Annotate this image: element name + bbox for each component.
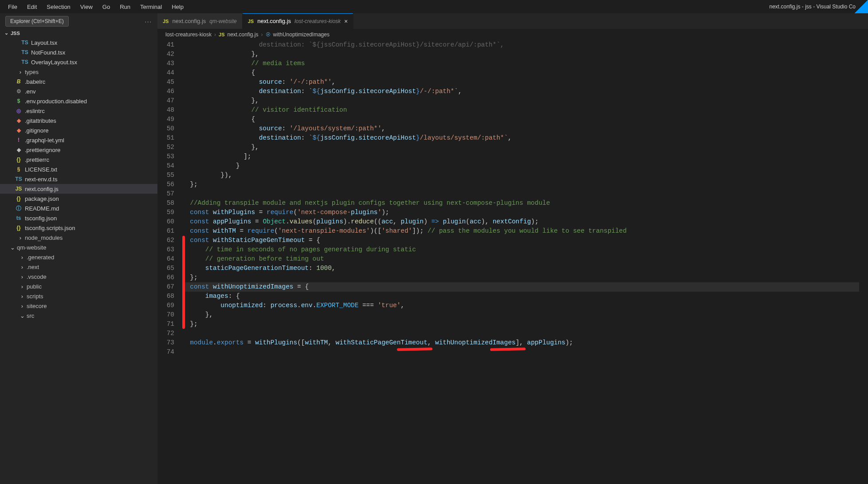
file-item[interactable]: {}.prettierrc [0,155,157,164]
breadcrumb[interactable]: lost-creatures-kiosk › JS next.config.js… [157,29,868,40]
line-number: 55 [157,171,174,180]
code-line[interactable]: { [182,68,859,78]
code-line[interactable]: const withPlugins = require('next-compos… [182,208,859,217]
code-line[interactable]: }, [182,143,859,152]
folder-item[interactable]: ›sitecore [0,301,157,311]
more-actions-icon[interactable]: ··· [145,18,155,25]
file-item[interactable]: TSLayout.tsx [0,38,157,47]
code-line[interactable]: { [182,115,859,124]
file-item[interactable]: TSnext-env.d.ts [0,174,157,184]
menu-edit[interactable]: Edit [23,2,41,12]
file-type-icon: TS [21,39,28,46]
file-item[interactable]: ◆.gitignore [0,125,157,135]
breadcrumb-file[interactable]: next.config.js [228,31,259,38]
menu-run[interactable]: Run [115,2,135,12]
code-line[interactable]: }), [182,171,859,180]
file-item[interactable]: B.babelrc [0,77,157,86]
code-line[interactable]: }, [182,50,859,59]
folder-item[interactable]: ›.next [0,262,157,272]
code-line[interactable] [182,329,859,338]
code-line[interactable]: }; [182,273,859,282]
menu-file[interactable]: File [4,2,22,12]
code-line[interactable]: images: { [182,292,859,301]
file-name: .babelrc [25,78,45,85]
code-line[interactable]: // time in seconds of no pages generatin… [182,245,859,254]
editor-tab[interactable]: JSnext.config.jslost-creatures-kiosk× [243,13,354,29]
line-number: 65 [157,264,174,273]
file-item[interactable]: §LICENSE.txt [0,164,157,174]
menu-selection[interactable]: Selection [42,2,75,12]
file-tree[interactable]: TSLayout.tsxTSNotFound.tsxTSOverlayLayou… [0,38,157,484]
code-line[interactable]: const withStaticPageGenTimeout = { [182,236,859,245]
folder-item[interactable]: ›.vscode [0,272,157,281]
file-type-icon: ⚙ [15,88,22,94]
code-line[interactable]: destination: `${jssConfig.sitecoreApiHos… [182,87,859,96]
file-item[interactable]: $.env.production.disabled [0,96,157,106]
menu-terminal[interactable]: Terminal [136,2,166,12]
file-name: .env [25,88,36,95]
chevron-icon: › [20,254,25,261]
file-item[interactable]: TSOverlayLayout.tsx [0,57,157,67]
close-icon[interactable]: × [344,18,348,25]
code-line[interactable]: const withTM = require('next-transpile-m… [182,226,859,236]
file-type-icon: ◆ [15,147,22,153]
file-item[interactable]: ⓘREADME.md [0,203,157,213]
file-item[interactable]: ◎.eslintrc [0,106,157,116]
code-line[interactable]: }, [182,310,859,320]
code-line[interactable]: // media items [182,59,859,68]
folder-item[interactable]: ⌄src [0,311,157,320]
code-line[interactable]: module.exports = withPlugins([withTM, wi… [182,338,859,347]
file-item[interactable]: JSnext.config.js [0,184,157,194]
code-line[interactable]: }; [182,320,859,329]
folder-item[interactable]: ›​.generated [0,252,157,262]
code-line[interactable] [182,189,859,199]
folder-item[interactable]: ⌄qm-website [0,242,157,252]
project-header[interactable]: ⌄ JSS [0,28,157,38]
code-line[interactable]: ]; [182,152,859,161]
line-number: 68 [157,292,174,301]
code-line[interactable]: //Adding transpile module and nextjs plu… [182,199,859,208]
editor-tab[interactable]: JSnext.config.jsqm-website [157,13,243,29]
line-number: 50 [157,124,174,133]
code-line[interactable]: destination: `${jssConfig.sitecoreApiHos… [182,40,859,50]
tab-folder: qm-website [209,18,236,24]
code-line[interactable]: source: '/layouts/system/:path*', [182,124,859,133]
line-number: 71 [157,320,174,329]
file-item[interactable]: TSNotFound.tsx [0,47,157,57]
code-line[interactable]: destination: `${jssConfig.sitecoreApiHos… [182,133,859,143]
folder-item[interactable]: ›public [0,281,157,291]
file-item[interactable]: ◆.prettierignore [0,145,157,155]
file-type-icon: $ [15,98,22,104]
folder-item[interactable]: ›scripts [0,291,157,301]
code-line[interactable]: // visitor identification [182,105,859,115]
code-line[interactable]: staticPageGenerationTimeout: 1000, [182,264,859,273]
code-line[interactable]: const withUnoptimizedImages = { [182,282,859,292]
breadcrumb-symbol[interactable]: withUnoptimizedImages [273,31,330,38]
code-line[interactable]: }; [182,180,859,189]
file-item[interactable]: {}package.json [0,194,157,203]
code-content[interactable]: destination: `${jssConfig.sitecoreApiHos… [182,40,868,484]
breadcrumb-folder[interactable]: lost-creatures-kiosk [165,31,212,38]
code-line[interactable]: }, [182,96,859,105]
code-line[interactable]: // generation before timing out [182,254,859,264]
folder-name: sitecore [27,303,47,309]
chevron-icon: › [20,273,25,280]
code-line[interactable]: source: '/-/:path*', [182,78,859,87]
code-line[interactable]: } [182,161,859,171]
code-line[interactable]: const appPlugins = Object.values(plugins… [182,217,859,226]
file-item[interactable]: {}tsconfig.scripts.json [0,223,157,233]
file-item[interactable]: !.graphql-let.yml [0,135,157,145]
code-line[interactable]: unoptimized: process.env.EXPORT_MODE ===… [182,301,859,310]
file-type-icon: ◎ [15,108,22,114]
explorer-button[interactable]: Explorer (Ctrl+Shift+E) [5,16,69,27]
code-editor[interactable]: 4142434445464748495051525354555657585960… [157,40,868,484]
menu-view[interactable]: View [76,2,97,12]
folder-item[interactable]: ›types [0,67,157,77]
menu-help[interactable]: Help [167,2,188,12]
folder-item[interactable]: ›node_modules [0,233,157,242]
line-number: 61 [157,226,174,236]
menu-go[interactable]: Go [98,2,114,12]
file-item[interactable]: ⚙.env [0,86,157,96]
file-item[interactable]: tstsconfig.json [0,213,157,223]
file-item[interactable]: ◆.gitattributes [0,116,157,125]
